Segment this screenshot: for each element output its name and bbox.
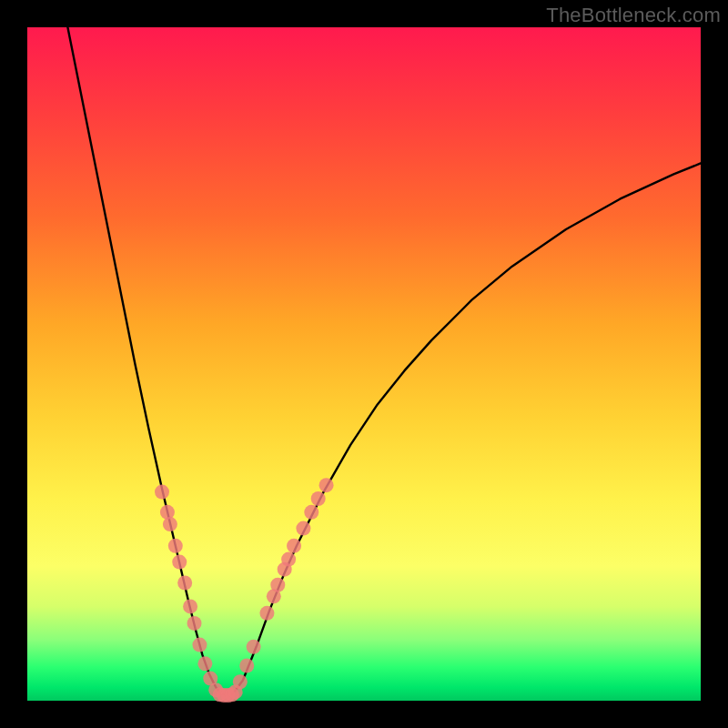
chart-marker [259,606,274,621]
chart-marker [168,539,183,553]
chart-marker [183,599,197,613]
chart-marker [177,576,192,591]
chart-svg [0,0,728,728]
chart-marker [311,491,326,506]
chart-marker [197,656,212,671]
chart-marker [160,505,175,520]
chart-marker [233,674,248,689]
chart-marker [287,539,301,553]
chart-marker [163,517,177,531]
chart-marker [155,485,169,500]
chart-marker [281,552,296,567]
chart-marker [247,640,261,654]
chart-marker [239,659,254,673]
chart-marker [296,521,310,536]
chart-series-curve-left [67,27,221,694]
chart-marker [304,505,318,520]
chart-series-curve-right [233,163,701,693]
chart-marker [172,555,187,570]
chart-marker [192,638,207,652]
chart-marker [187,616,202,631]
chart-marker [319,478,334,492]
chart-marker [270,578,285,592]
chart-frame: TheBottleneck.com [0,0,728,728]
